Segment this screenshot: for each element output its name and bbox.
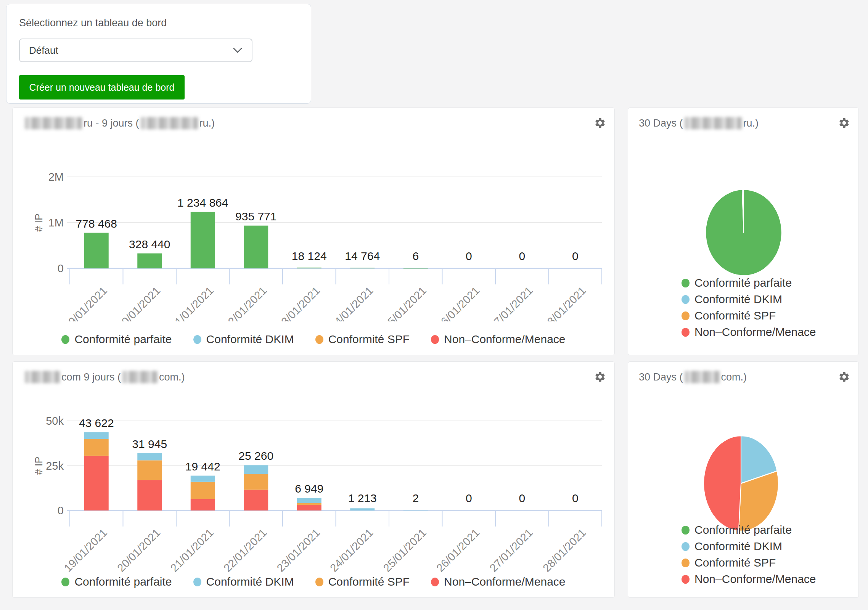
- bar-value-label: 935 771: [235, 210, 276, 223]
- bar-value-label: 0: [466, 492, 472, 504]
- gear-icon[interactable]: [594, 117, 606, 129]
- legend-item[interactable]: Conformité parfaite: [61, 575, 172, 588]
- bar-value-label: 778 468: [76, 217, 117, 230]
- bar-segment[interactable]: [191, 476, 215, 482]
- bar-segment[interactable]: [137, 254, 162, 268]
- bar-segment[interactable]: [137, 480, 162, 510]
- bar-segment[interactable]: [137, 460, 162, 480]
- card-title: ru - 9 jours (ru.): [23, 117, 215, 129]
- bar-segment[interactable]: [191, 212, 215, 268]
- legend-item[interactable]: Conformité DKIM: [682, 293, 816, 306]
- title-segment: ru.): [199, 117, 215, 129]
- card-bar-chart-com: com 9 jours (com.) 025k50k# IP43 62219/0…: [12, 361, 615, 598]
- gear-icon[interactable]: [594, 371, 606, 383]
- x-axis-date-label: 26/01/2021: [434, 527, 482, 574]
- x-axis-date-label: 25/01/2021: [381, 527, 429, 574]
- bar-segment[interactable]: [244, 490, 268, 510]
- legend-label: Conformité DKIM: [206, 333, 294, 346]
- bar-segment[interactable]: [84, 439, 109, 456]
- title-segment: com 9 jours (: [61, 371, 121, 383]
- redacted-domain: [141, 117, 198, 129]
- legend-item[interactable]: Conformité SPF: [682, 309, 816, 322]
- legend-label: Conformité SPF: [694, 309, 776, 322]
- title-segment: 30 Days (: [639, 117, 683, 129]
- legend-swatch-icon: [315, 335, 323, 344]
- legend-swatch-icon: [682, 279, 690, 287]
- legend-item[interactable]: Conformité parfaite: [61, 333, 172, 346]
- legend-item[interactable]: Conformité parfaite: [682, 276, 816, 289]
- bar-segment[interactable]: [191, 499, 215, 510]
- legend-item[interactable]: Conformité SPF: [315, 575, 410, 588]
- gear-icon[interactable]: [838, 117, 850, 129]
- x-axis-date-label: 21/01/2021: [168, 527, 216, 574]
- bar-chart-com[interactable]: 025k50k# IP43 62219/01/202131 94520/01/2…: [13, 400, 615, 575]
- legend-item[interactable]: Conformité parfaite: [682, 523, 816, 536]
- bar-value-label: 6 949: [295, 482, 323, 495]
- create-dashboard-button[interactable]: Créer un nouveau tableau de bord: [19, 75, 185, 100]
- legend-swatch-icon: [193, 335, 201, 344]
- bar-segment[interactable]: [84, 233, 109, 268]
- x-axis-date-label: 20/01/2021: [115, 284, 162, 321]
- bar-segment[interactable]: [84, 456, 109, 510]
- legend-label: Conformité SPF: [694, 556, 776, 569]
- legend-item[interactable]: Non–Conforme/Menace: [682, 573, 816, 586]
- bar-value-label: 18 124: [292, 250, 327, 262]
- bar-segment[interactable]: [403, 510, 428, 511]
- y-axis-label: # IP: [33, 214, 45, 232]
- bar-segment[interactable]: [297, 503, 321, 505]
- legend-item[interactable]: Non–Conforme/Menace: [431, 575, 566, 588]
- bar-segment[interactable]: [350, 268, 375, 268]
- y-tick-label: 0: [58, 262, 64, 274]
- legend-label: Non–Conforme/Menace: [694, 326, 816, 339]
- bar-segment[interactable]: [297, 498, 321, 503]
- pie-chart-ru[interactable]: [703, 186, 784, 279]
- x-axis-date-label: 19/01/2021: [62, 284, 109, 321]
- x-axis-date-label: 20/01/2021: [115, 527, 162, 574]
- x-axis-date-label: 25/01/2021: [381, 284, 429, 321]
- bar-segment[interactable]: [403, 268, 428, 269]
- redacted-domain: [685, 117, 742, 129]
- y-tick-label: 1M: [48, 217, 64, 229]
- legend-item[interactable]: Conformité SPF: [682, 556, 816, 569]
- x-axis-date-label: 27/01/2021: [487, 527, 535, 574]
- dashboard-page: Sélectionnez un tableau de bord Défaut C…: [0, 0, 868, 610]
- legend-label: Conformité DKIM: [694, 540, 782, 553]
- dashboard-select-value: Défaut: [29, 45, 58, 56]
- title-segment: 30 Days (: [639, 371, 683, 383]
- bar-segment[interactable]: [350, 508, 375, 510]
- gear-icon[interactable]: [838, 371, 850, 383]
- bar-segment[interactable]: [191, 482, 215, 499]
- bar-segment[interactable]: [244, 226, 268, 268]
- dashboard-select[interactable]: Défaut: [19, 39, 252, 62]
- bar-segment[interactable]: [84, 432, 109, 439]
- card-title: 30 Days (com.): [639, 371, 747, 383]
- bar-segment[interactable]: [297, 505, 321, 510]
- legend-item[interactable]: Conformité DKIM: [682, 540, 816, 553]
- legend-swatch-icon: [682, 559, 690, 567]
- legend-item[interactable]: Non–Conforme/Menace: [682, 326, 816, 339]
- y-tick-label: 50k: [46, 415, 64, 427]
- legend-item[interactable]: Conformité DKIM: [193, 333, 294, 346]
- bar-segment[interactable]: [297, 268, 321, 268]
- legend-label: Conformité parfaite: [694, 523, 792, 536]
- x-axis-date-label: 28/01/2021: [540, 284, 588, 321]
- bar-segment[interactable]: [244, 474, 268, 490]
- card-pie-chart-com: 30 Days (com.) Conformité parfaiteConfor…: [628, 361, 859, 598]
- legend-swatch-icon: [61, 578, 69, 586]
- legend-label: Non–Conforme/Menace: [444, 333, 566, 346]
- y-axis-label: # IP: [33, 456, 45, 475]
- bar-segment[interactable]: [244, 465, 268, 474]
- bar-segment[interactable]: [137, 453, 162, 461]
- bar-value-label: 2: [412, 492, 419, 504]
- dashboard-selector-panel: Sélectionnez un tableau de bord Défaut C…: [6, 4, 311, 104]
- bar-value-label: 0: [519, 492, 525, 504]
- bar-chart-ru[interactable]: 01M2M# IP778 46819/01/2021328 44020/01/2…: [13, 146, 615, 321]
- legend-swatch-icon: [61, 335, 69, 344]
- legend-item[interactable]: Conformité SPF: [315, 333, 410, 346]
- selector-label: Sélectionnez un tableau de bord: [19, 17, 167, 29]
- pie-chart-com[interactable]: [701, 432, 781, 535]
- card-bar-chart-ru: ru - 9 jours (ru.) 01M2M# IP778 46819/01…: [12, 108, 615, 355]
- legend-item[interactable]: Non–Conforme/Menace: [431, 333, 566, 346]
- pie-slice[interactable]: [704, 436, 741, 531]
- legend-item[interactable]: Conformité DKIM: [193, 575, 294, 588]
